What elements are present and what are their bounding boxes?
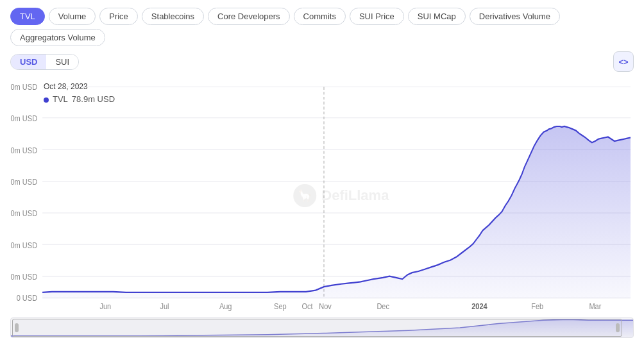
tab-btn-stablecoins[interactable]: Stablecoins	[142, 8, 204, 25]
tab-btn-sui-price[interactable]: SUI Price	[350, 8, 404, 25]
main-container: TVLVolumePriceStablecoinsCore Developers…	[0, 0, 644, 338]
y-label-7: 700m USD	[10, 83, 37, 91]
x-label-dec: Dec	[377, 303, 389, 311]
y-label-4: 400m USD	[10, 178, 37, 187]
tab-btn-sui-mcap[interactable]: SUI MCap	[408, 8, 466, 25]
x-label-nov: Nov	[319, 303, 332, 311]
currency-usd-btn[interactable]: USD	[11, 55, 46, 69]
y-label-6: 600m USD	[10, 115, 37, 123]
chart-svg: 700m USD 600m USD 500m USD 400m USD 300m…	[10, 76, 634, 315]
x-label-mar: Mar	[589, 303, 601, 311]
y-label-5: 500m USD	[10, 146, 37, 155]
y-label-0: 0 USD	[17, 294, 37, 303]
chart-area-fill	[42, 126, 631, 298]
minimap[interactable]	[10, 317, 634, 338]
y-label-3: 300m USD	[10, 210, 37, 218]
tab-btn-core-developers[interactable]: Core Developers	[208, 8, 290, 25]
minimap-handle[interactable]	[12, 319, 622, 337]
chart-svg-wrapper: 700m USD 600m USD 500m USD 400m USD 300m…	[10, 76, 634, 315]
currency-group: USD SUI	[10, 54, 79, 70]
x-label-2024: 2024	[471, 303, 487, 311]
minimap-handle-left[interactable]	[15, 323, 19, 332]
tab-btn-derivatives-volume[interactable]: Derivatives Volume	[470, 8, 560, 25]
tab-btn-price[interactable]: Price	[99, 8, 138, 25]
tab-btn-commits[interactable]: Commits	[294, 8, 346, 25]
x-label-jun: Jun	[99, 303, 111, 311]
y-label-2: 200m USD	[10, 241, 37, 249]
tab-btn-volume[interactable]: Volume	[49, 8, 96, 25]
tab-row: TVLVolumePriceStablecoinsCore Developers…	[10, 8, 634, 46]
chart-area: Oct 28, 2023 TVL 78.9m USD 700m USD 600m…	[10, 76, 634, 315]
currency-sui-btn[interactable]: SUI	[46, 55, 78, 69]
x-label-jul: Jul	[160, 303, 169, 311]
minimap-handle-right[interactable]	[616, 323, 620, 332]
x-label-oct: Oct	[301, 303, 313, 311]
x-label-aug: Aug	[219, 303, 232, 311]
x-label-sep: Sep	[274, 303, 287, 311]
tab-btn-aggregators-volume[interactable]: Aggregators Volume	[10, 29, 105, 46]
currency-row: USD SUI <>	[10, 51, 634, 72]
tab-btn-tvl[interactable]: TVL	[10, 8, 45, 25]
embed-button[interactable]: <>	[613, 51, 634, 72]
x-label-feb: Feb	[531, 303, 543, 311]
y-label-1: 100m USD	[10, 273, 37, 282]
